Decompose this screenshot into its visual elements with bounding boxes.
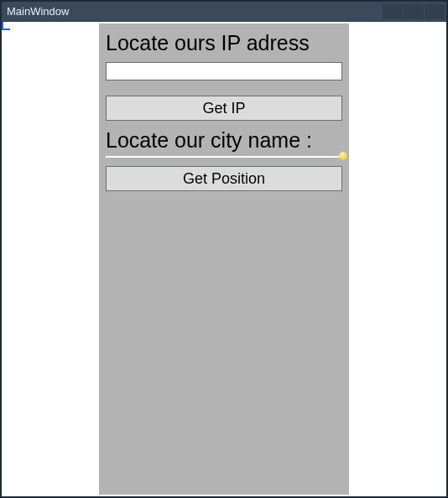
window-title: MainWindow bbox=[7, 5, 69, 18]
city-underline bbox=[106, 156, 342, 159]
get-position-button[interactable]: Get Position bbox=[106, 166, 342, 191]
close-button[interactable] bbox=[425, 4, 445, 19]
window-frame: MainWindow Locate ours IP adress Get IP … bbox=[0, 0, 448, 498]
maximize-button[interactable] bbox=[404, 4, 424, 19]
city-heading: Locate our city name : bbox=[106, 127, 342, 153]
spacer bbox=[106, 87, 342, 89]
underline-icon bbox=[106, 156, 342, 158]
designer-selection-marker bbox=[2, 22, 10, 30]
client-area: Locate ours IP adress Get IP Locate our … bbox=[2, 22, 446, 496]
ip-address-input[interactable] bbox=[106, 62, 342, 80]
window-controls bbox=[383, 4, 445, 19]
main-panel: Locate ours IP adress Get IP Locate our … bbox=[99, 23, 349, 495]
title-bar[interactable]: MainWindow bbox=[2, 2, 446, 22]
ip-heading: Locate ours IP adress bbox=[106, 30, 342, 55]
lightbulb-icon bbox=[339, 152, 347, 160]
minimize-button[interactable] bbox=[383, 4, 403, 19]
get-ip-button[interactable]: Get IP bbox=[106, 96, 342, 121]
